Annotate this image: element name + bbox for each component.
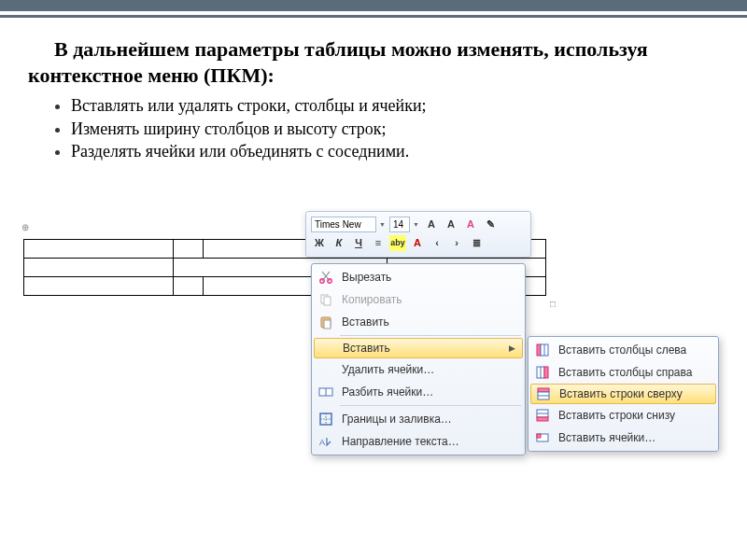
italic-button[interactable]: К (331, 235, 347, 251)
menu-label: Направление текста… (338, 435, 523, 448)
menu-text-direction[interactable]: A Направление текста… (314, 430, 523, 453)
menu-label: Границы и заливка… (338, 413, 523, 426)
svg-rect-3 (324, 297, 331, 305)
underline-button[interactable]: Ч (350, 235, 367, 251)
bullet-item: Разделять ячейки или объединять с соседн… (71, 142, 409, 161)
bullets-button[interactable]: ≣ (468, 235, 485, 251)
submenu-label: Вставить ячейки… (555, 431, 716, 444)
submenu-insert-cells[interactable]: Вставить ячейки… (530, 427, 716, 449)
svg-rect-25 (537, 434, 541, 438)
submenu-insert-col-right[interactable]: Вставить столбцы справа (530, 361, 716, 384)
table-anchor-icon: ⊕ (21, 222, 29, 232)
menu-label: Вставить (339, 342, 509, 355)
svg-text:A: A (319, 438, 325, 447)
menu-insert-submenu[interactable]: Вставить ▶ (314, 338, 523, 358)
menu-copy[interactable]: Копировать (314, 288, 523, 311)
copy-icon (318, 292, 333, 307)
menu-delete-cells[interactable]: Удалить ячейки… (314, 358, 523, 381)
slide-content: В дальнейшем параметры таблицы можно изм… (0, 18, 747, 162)
submenu-label: Вставить столбцы слева (555, 343, 716, 357)
bullet-list: Вставлять или удалять строки, столбцы и … (71, 94, 719, 162)
indent-inc-button[interactable]: › (448, 235, 465, 251)
svg-rect-17 (544, 367, 548, 378)
highlight-button[interactable]: aby (389, 235, 406, 251)
context-menu[interactable]: Вырезать Копировать Вставить Вставить ▶ … (311, 263, 526, 455)
menu-borders[interactable]: Границы и заливка… (314, 408, 523, 430)
submenu-insert-col-left[interactable]: Вставить столбцы слева (530, 339, 716, 361)
bullet-item: Изменять ширину столбцов и высоту строк; (71, 119, 387, 138)
indent-dec-button[interactable]: ‹ (429, 235, 445, 251)
cut-icon (318, 270, 333, 285)
split-icon (318, 385, 333, 399)
insert-col-right-icon (535, 365, 550, 380)
font-color-button[interactable]: A (409, 235, 426, 251)
submenu-insert-row-above[interactable]: Вставить строки сверху (530, 384, 716, 404)
submenu-insert-row-below[interactable]: Вставить строки снизу (530, 404, 716, 427)
align-button[interactable]: ≡ (370, 235, 387, 251)
shrink-font-button[interactable]: A (443, 217, 459, 232)
insert-submenu[interactable]: Вставить столбцы слева Вставить столбцы … (528, 336, 719, 452)
borders-icon (318, 412, 333, 427)
svg-rect-12 (537, 344, 541, 356)
screenshot-figure: ⊕ □ Times New▼ 14▼ A A A ✎ Ж К Ч ≡ aby A… (23, 217, 724, 525)
insert-cells-icon (535, 430, 550, 445)
bullet-item: Вставлять или удалять строки, столбцы и … (71, 96, 427, 115)
heading: В дальнейшем параметры таблицы можно изм… (28, 36, 719, 89)
submenu-label: Вставить столбцы справа (555, 366, 716, 379)
menu-label: Вырезать (338, 271, 523, 284)
insert-col-left-icon (535, 343, 550, 357)
svg-rect-18 (538, 388, 549, 392)
insert-row-above-icon (536, 386, 551, 401)
font-size-input[interactable]: 14 (389, 217, 410, 232)
menu-separator (340, 405, 521, 406)
svg-rect-23 (537, 417, 548, 421)
style-button[interactable]: A (462, 217, 479, 232)
font-name-input[interactable]: Times New (311, 217, 376, 232)
mini-toolbar[interactable]: Times New▼ 14▼ A A A ✎ Ж К Ч ≡ aby A ‹ ›… (305, 211, 531, 258)
submenu-label: Вставить строки сверху (556, 387, 715, 400)
text-dir-icon: A (318, 434, 333, 449)
svg-rect-5 (324, 320, 331, 329)
insert-row-below-icon (535, 408, 550, 423)
slide-top-border (0, 0, 747, 11)
submenu-arrow-icon: ▶ (509, 343, 522, 353)
menu-paste[interactable]: Вставить (314, 311, 523, 333)
menu-label: Разбить ячейки… (338, 385, 523, 399)
menu-split-cells[interactable]: Разбить ячейки… (314, 381, 523, 403)
table-resize-icon: □ (550, 299, 556, 309)
format-painter-button[interactable]: ✎ (482, 217, 499, 232)
paste-icon (318, 315, 333, 329)
menu-label: Удалить ячейки… (338, 363, 523, 376)
menu-separator (340, 335, 521, 336)
menu-cut[interactable]: Вырезать (314, 266, 523, 288)
menu-label: Вставить (338, 315, 523, 329)
bold-button[interactable]: Ж (311, 235, 328, 251)
grow-font-button[interactable]: A (423, 217, 440, 232)
menu-label: Копировать (338, 293, 523, 306)
submenu-label: Вставить строки снизу (555, 409, 716, 422)
